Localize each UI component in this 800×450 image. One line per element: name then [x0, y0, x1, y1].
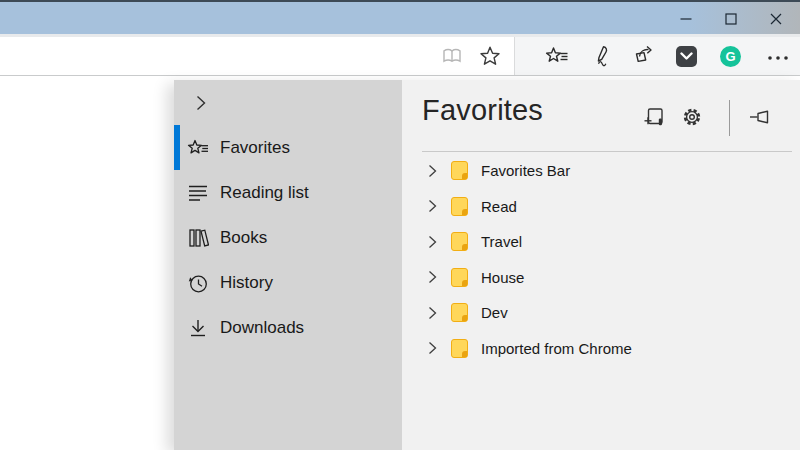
books-icon [187, 227, 209, 249]
browser-toolbar: G [0, 37, 800, 76]
close-icon [770, 13, 782, 25]
grammarly-icon: G [720, 46, 741, 67]
new-folder-button[interactable] [642, 105, 666, 129]
folder-icon [451, 232, 468, 251]
sidebar-item-favorites[interactable]: Favorites [174, 125, 402, 170]
chevron-right-icon[interactable] [426, 270, 439, 284]
sidebar-item-label: Reading list [220, 183, 309, 203]
downloads-icon [187, 317, 209, 339]
folder-icon [451, 268, 468, 287]
panel-header-divider [422, 151, 792, 152]
panel-actions-divider [729, 100, 730, 136]
more-options-button[interactable] [766, 54, 790, 62]
grammarly-button[interactable]: G [720, 46, 741, 67]
folder-icon [451, 339, 468, 358]
sidebar-item-label: Favorites [220, 138, 290, 158]
folder-row-imported-from-chrome[interactable]: Imported from Chrome [402, 331, 800, 367]
chevron-right-icon[interactable] [426, 306, 439, 320]
chevron-right-icon[interactable] [426, 341, 439, 355]
hub-expand-button[interactable] [191, 93, 211, 113]
address-bar[interactable] [0, 37, 515, 75]
favorites-panel: Favorites [402, 80, 800, 450]
minimize-button[interactable] [664, 4, 708, 34]
pin-pane-button[interactable] [748, 105, 772, 129]
share-button[interactable] [631, 44, 655, 68]
web-notes-button[interactable] [588, 44, 612, 68]
title-bar [0, 0, 800, 34]
chevron-right-icon[interactable] [426, 164, 439, 178]
chevron-right-icon[interactable] [426, 235, 439, 249]
sidebar-item-history[interactable]: History [174, 260, 402, 305]
folder-list: Favorites Bar Read Travel [402, 153, 800, 366]
favorites-hub-button[interactable] [545, 44, 569, 68]
hub-pane: Favorites Reading list Books [174, 80, 800, 450]
folder-label: Imported from Chrome [481, 340, 632, 357]
page-title: Favorites [422, 94, 543, 127]
pocket-icon [676, 46, 697, 67]
sidebar-item-downloads[interactable]: Downloads [174, 305, 402, 350]
folder-row-dev[interactable]: Dev [402, 295, 800, 331]
sidebar-item-books[interactable]: Books [174, 215, 402, 260]
folder-row-house[interactable]: House [402, 260, 800, 296]
history-icon [187, 272, 209, 294]
chevron-right-icon[interactable] [426, 199, 439, 213]
star-list-icon [545, 44, 569, 68]
close-button[interactable] [754, 4, 798, 34]
folder-row-travel[interactable]: Travel [402, 224, 800, 260]
chevron-right-icon [194, 95, 208, 111]
ellipsis-icon [767, 55, 789, 61]
folder-label: Dev [481, 304, 508, 321]
maximize-icon [725, 13, 737, 25]
gear-icon [680, 105, 704, 129]
folder-row-read[interactable]: Read [402, 189, 800, 225]
folder-label: Travel [481, 233, 522, 250]
add-favorite-star-icon[interactable] [478, 44, 502, 68]
folder-label: Read [481, 198, 517, 215]
settings-button[interactable] [680, 105, 704, 129]
ink-pen-icon [588, 44, 612, 68]
sidebar-item-reading-list[interactable]: Reading list [174, 170, 402, 215]
folder-icon [451, 161, 468, 180]
favorites-star-icon [187, 137, 209, 159]
reading-view-book-icon[interactable] [440, 44, 464, 68]
sidebar-item-label: Books [220, 228, 267, 248]
folder-row-favorites-bar[interactable]: Favorites Bar [402, 153, 800, 189]
add-folder-icon [642, 105, 666, 129]
pocket-button[interactable] [676, 46, 697, 67]
maximize-button[interactable] [709, 4, 753, 34]
sidebar-item-label: History [220, 273, 273, 293]
reading-list-icon [187, 182, 209, 204]
minimize-icon [680, 13, 692, 25]
hub-sidebar: Favorites Reading list Books [174, 80, 402, 450]
share-arrow-icon [631, 44, 655, 68]
folder-icon [451, 197, 468, 216]
folder-label: House [481, 269, 524, 286]
pin-icon [748, 105, 772, 129]
folder-icon [451, 303, 468, 322]
sidebar-item-label: Downloads [220, 318, 304, 338]
hub-nav: Favorites Reading list Books [174, 125, 402, 350]
folder-label: Favorites Bar [481, 162, 570, 179]
